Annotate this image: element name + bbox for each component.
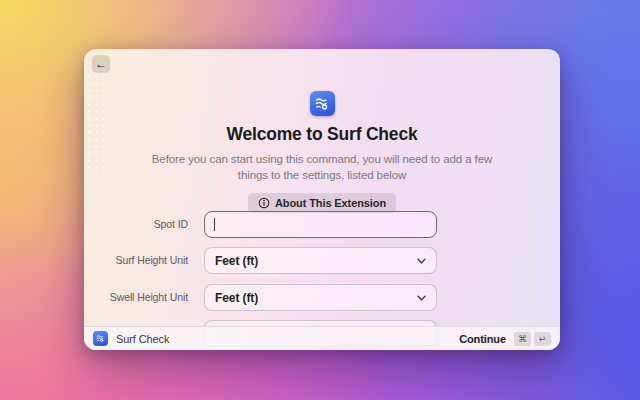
spot-id-input[interactable] — [204, 211, 437, 238]
continue-button[interactable]: Continue ⌘ ↵ — [459, 332, 551, 346]
form-row-spot-id: Spot ID — [84, 211, 560, 238]
surf-check-app-icon — [93, 331, 108, 346]
shortcut-keys: ⌘ ↵ — [514, 332, 551, 346]
surf-check-window: ← Welcome to Surf Check Before you can s… — [84, 49, 560, 350]
about-extension-label: About This Extension — [275, 197, 386, 209]
swell-height-unit-dropdown[interactable]: Feet (ft) — [204, 284, 437, 311]
footer-app-name: Surf Check — [116, 333, 169, 345]
surf-check-app-icon — [310, 91, 335, 116]
command-key-icon: ⌘ — [514, 332, 531, 346]
swell-height-unit-value: Feet (ft) — [215, 291, 258, 305]
spot-id-label: Spot ID — [84, 211, 188, 238]
subtitle-line-1: Before you can start using this command,… — [152, 151, 492, 167]
chevron-down-icon — [417, 295, 426, 301]
chevron-down-icon — [417, 258, 426, 264]
form-row-swell-height-unit: Swell Height Unit Feet (ft) — [84, 284, 560, 311]
continue-label: Continue — [459, 333, 506, 345]
swell-height-unit-label: Swell Height Unit — [84, 284, 188, 311]
return-key-icon: ↵ — [534, 332, 551, 346]
page-subtitle: Before you can start using this command,… — [152, 151, 492, 183]
footer-bar: Surf Check Continue ⌘ ↵ — [84, 326, 560, 350]
form-row-surf-height-unit: Surf Height Unit Feet (ft) — [84, 247, 560, 274]
info-circle-icon — [258, 197, 270, 209]
page-title: Welcome to Surf Check — [227, 124, 418, 145]
about-extension-button[interactable]: About This Extension — [248, 193, 396, 213]
surf-height-unit-value: Feet (ft) — [215, 254, 258, 268]
surf-height-unit-dropdown[interactable]: Feet (ft) — [204, 247, 437, 274]
subtitle-line-2: things to the settings, listed below — [152, 167, 492, 183]
text-caret — [214, 218, 215, 231]
surf-height-unit-label: Surf Height Unit — [84, 247, 188, 274]
